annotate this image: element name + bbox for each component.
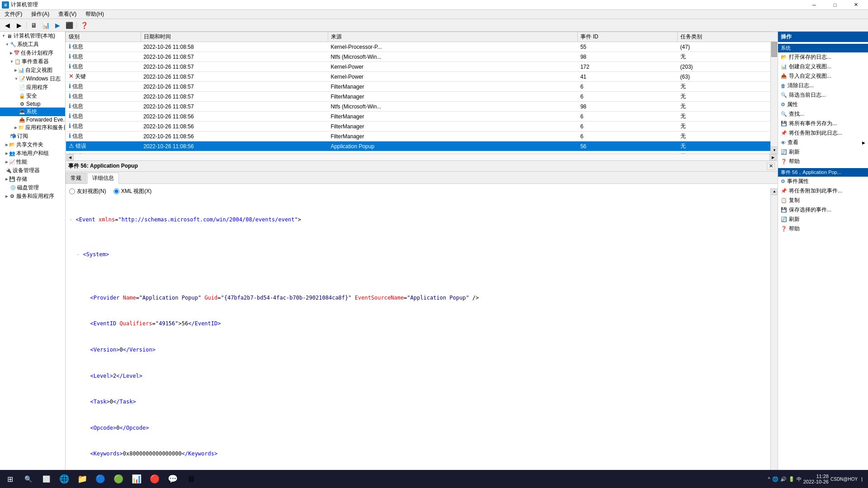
- sidebar-item-event-viewer[interactable]: ▼ 📋 事件查看器: [0, 57, 65, 66]
- col-header-task[interactable]: 任务类别: [678, 32, 778, 42]
- xml-xmlns-link[interactable]: http://schemas.microsoft.com/win/2004/08…: [122, 216, 295, 223]
- table-row[interactable]: ℹ 信息 2022-10-26 11:08:57 Ntfs (Microsoft…: [66, 102, 778, 112]
- right-panel-action-item[interactable]: ⚙属性: [778, 100, 868, 109]
- sidebar-item-windows-logs[interactable]: ▼ 📝 Windows 日志: [0, 75, 65, 83]
- menu-action[interactable]: 操作(A): [28, 10, 52, 19]
- radio-xml-input[interactable]: [113, 188, 119, 194]
- right-panel-action-item[interactable]: 🔍筛选当前日志...: [778, 90, 868, 100]
- sidebar-item-performance[interactable]: ▶ 📈 性能: [0, 158, 65, 166]
- taskbar-chrome[interactable]: 🔵: [92, 471, 108, 487]
- table-row[interactable]: ℹ 信息 2022-10-26 11:08:58 Kernel-Processo…: [66, 42, 778, 52]
- col-header-source[interactable]: 来源: [328, 32, 577, 42]
- right-panel-event-action-item[interactable]: 📌将任务附加到此事件...: [778, 186, 868, 196]
- taskbar-start[interactable]: ⊞: [2, 471, 18, 487]
- sidebar-item-task-scheduler[interactable]: ▶ 📅 任务计划程序: [0, 49, 65, 57]
- right-panel-event-action-item[interactable]: 📋复制: [778, 196, 868, 205]
- taskbar-app4[interactable]: 🟢: [110, 471, 127, 487]
- sidebar-item-storage[interactable]: ▶ 💾 存储: [0, 175, 65, 183]
- table-row[interactable]: ⚠ 错误 2022-10-26 11:08:56 Application Pop…: [66, 141, 778, 151]
- right-panel-action-item[interactable]: 🗑清除日志...: [778, 81, 868, 90]
- sidebar-item-application[interactable]: 📄 应用程序: [0, 83, 65, 92]
- radio-xml-view[interactable]: XML 视图(X): [113, 188, 152, 195]
- taskbar-edge[interactable]: 🌐: [56, 471, 72, 487]
- taskbar-app5[interactable]: 📊: [128, 471, 145, 487]
- taskbar-app8[interactable]: 🖥: [183, 471, 199, 487]
- right-panel-action-item[interactable]: 👁查看▶: [778, 138, 868, 147]
- tray-network[interactable]: 🌐: [772, 476, 778, 482]
- toolbar-play[interactable]: ▶: [52, 20, 63, 30]
- right-panel-action-item[interactable]: 📊创建自定义视图...: [778, 62, 868, 71]
- toolbar-chart[interactable]: 📊: [40, 20, 51, 30]
- right-panel-event-action-item[interactable]: ⚙事件属性: [778, 177, 868, 186]
- sidebar-item-shared-folders[interactable]: ▶ 📂 共享文件夹: [0, 141, 65, 149]
- taskbar-app7[interactable]: 💬: [165, 471, 181, 487]
- tray-expand[interactable]: ^: [768, 476, 770, 482]
- tray-show-desktop[interactable]: |: [859, 476, 863, 482]
- tray-volume[interactable]: 🔊: [780, 476, 787, 482]
- close-button[interactable]: ✕: [845, 0, 866, 10]
- right-panel-event-action-item[interactable]: 🔄刷新: [778, 215, 868, 224]
- tray-ime[interactable]: 中: [797, 476, 802, 483]
- table-row[interactable]: ℹ 信息 2022-10-26 11:08:57 FilterManager 6…: [66, 92, 778, 102]
- right-panel-event-action-item[interactable]: 💾保存选择的事件...: [778, 205, 868, 215]
- toolbar-help[interactable]: ❓: [79, 20, 90, 30]
- toolbar-forward[interactable]: ▶: [14, 20, 24, 30]
- taskbar-app6[interactable]: 🔴: [146, 471, 163, 487]
- right-panel-action-item[interactable]: 📥导入自定义视图...: [778, 71, 868, 81]
- table-row[interactable]: ✕ 关键 2022-10-26 11:08:57 Kernel-Power 41…: [66, 72, 778, 82]
- tab-details[interactable]: 详细信息: [87, 173, 119, 184]
- sidebar-item-system-tools[interactable]: ▼ 🔧 系统工具: [0, 40, 65, 49]
- sidebar-item-local-users[interactable]: ▶ 👥 本地用户和组: [0, 149, 65, 158]
- right-panel-action-item[interactable]: 🔄刷新: [778, 147, 868, 157]
- scroll-left-btn[interactable]: ◀: [66, 154, 74, 160]
- right-panel-action-item[interactable]: ❓帮助: [778, 157, 868, 166]
- table-row[interactable]: ℹ 信息 2022-10-26 11:08:56 FilterManager 6…: [66, 122, 778, 131]
- table-row[interactable]: ℹ 信息 2022-10-26 11:08:57 Ntfs (Microsoft…: [66, 52, 778, 62]
- right-panel-action-item[interactable]: 💾将所有事件另存为...: [778, 119, 868, 128]
- scroll-down-btn[interactable]: ▼: [771, 146, 778, 154]
- table-row[interactable]: ℹ 信息 2022-10-26 11:08:57 FilterManager 6…: [66, 82, 778, 92]
- tab-general[interactable]: 常规: [66, 173, 86, 183]
- sidebar-item-forwarded[interactable]: 📤 Forwarded Eve...: [0, 116, 65, 123]
- right-panel-action-item[interactable]: 📌将任务附加到此日志...: [778, 128, 868, 138]
- taskbar-task-view[interactable]: ⬜: [38, 471, 54, 487]
- vertical-scrollbar[interactable]: ▲ ▼: [770, 32, 778, 154]
- event-table-container[interactable]: 级别 日期和时间 来源 事件 ID 任务类别 ℹ 信息 2022-10-26 1…: [66, 32, 778, 154]
- menu-view[interactable]: 查看(V): [56, 10, 79, 19]
- radio-friendly-view[interactable]: 友好视图(N): [69, 188, 106, 195]
- radio-friendly-input[interactable]: [69, 188, 75, 194]
- maximize-button[interactable]: □: [825, 0, 845, 10]
- taskbar-search[interactable]: 🔍: [20, 471, 36, 487]
- sidebar-item-device-manager[interactable]: 🔌 设备管理器: [0, 166, 65, 175]
- right-panel-action-item[interactable]: 📂打开保存的日志...: [778, 52, 868, 62]
- col-header-datetime[interactable]: 日期和时间: [141, 32, 328, 42]
- taskbar-time[interactable]: 11:28 2022-10-26: [803, 474, 829, 484]
- table-row[interactable]: ℹ 信息 2022-10-26 11:08:56 FilterManager 6…: [66, 131, 778, 141]
- xml-vertical-scrollbar[interactable]: ▲ ▼: [770, 188, 778, 474]
- sidebar-item-system[interactable]: 💻 系统: [0, 108, 65, 116]
- taskbar-explorer[interactable]: 📁: [74, 471, 90, 487]
- table-row[interactable]: ℹ 信息 2022-10-26 11:08:56 FilterManager 6…: [66, 112, 778, 122]
- h-scroll-bar[interactable]: ◀ ▶: [66, 154, 778, 161]
- menu-file[interactable]: 文件(F): [2, 10, 25, 19]
- toolbar-stop[interactable]: ⬛: [64, 20, 75, 30]
- event-detail-close-button[interactable]: ✕: [767, 163, 775, 170]
- table-row[interactable]: ℹ 信息 2022-10-26 11:09:03 EventLog 6013 无: [66, 151, 778, 154]
- sidebar-item-disk-management[interactable]: 💿 磁盘管理: [0, 183, 65, 192]
- minimize-button[interactable]: ─: [804, 0, 825, 10]
- sidebar-item-custom-views[interactable]: ▶ 📊 自定义视图: [0, 66, 65, 75]
- menu-help[interactable]: 帮助(H): [83, 10, 107, 19]
- right-panel-event-action-item[interactable]: ❓帮助: [778, 224, 868, 234]
- sidebar-item-setup[interactable]: ⚙ Setup: [0, 100, 65, 108]
- col-header-level[interactable]: 级别: [66, 32, 141, 42]
- toolbar-back[interactable]: ◀: [2, 20, 13, 30]
- sidebar-item-security[interactable]: 🔒 安全: [0, 92, 65, 100]
- sidebar-item-computer-mgmt[interactable]: ▼ 🖥 计算机管理(本地): [0, 32, 65, 40]
- right-panel-action-item[interactable]: 🔍查找...: [778, 109, 868, 119]
- sidebar-item-subscription[interactable]: 📬 订阅: [0, 132, 65, 141]
- table-row[interactable]: ℹ 信息 2022-10-26 11:08:57 Kernel-Power 17…: [66, 62, 778, 72]
- sidebar-item-services-apps[interactable]: ▶ ⚙ 服务和应用程序: [0, 192, 65, 201]
- col-header-eventid[interactable]: 事件 ID: [578, 32, 678, 42]
- tray-battery[interactable]: 🔋: [788, 476, 795, 482]
- right-actions-scroll[interactable]: 系统 📂打开保存的日志...📊创建自定义视图...📥导入自定义视图...🗑清除日…: [778, 42, 868, 474]
